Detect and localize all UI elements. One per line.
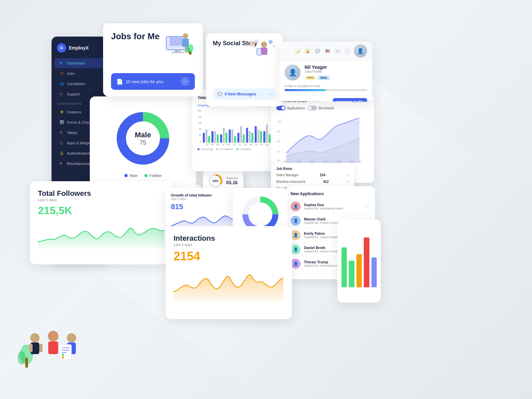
bar-aug — [263, 124, 271, 143]
tables-icon: ⊟ — [60, 130, 64, 135]
svg-point-10 — [183, 33, 188, 39]
svg-text:Mar: Mar — [310, 160, 315, 163]
svg-rect-66 — [60, 344, 71, 359]
legend-female: FeMale — [144, 174, 162, 178]
donut-sub-label: 75 — [135, 139, 151, 146]
followers-card: Total Followers Last 5 days 215,5K — [30, 181, 173, 264]
expand-icon[interactable]: ⤢ — [334, 47, 341, 55]
jobs-cta[interactable]: 📄 10 new jobs for you → — [111, 73, 195, 90]
sidebar-item-label: Support — [67, 92, 80, 96]
candidates-icon: 👥 — [60, 81, 64, 86]
more-icon[interactable]: ⋯ — [344, 47, 351, 55]
bar-may — [237, 126, 245, 143]
svg-text:20: 20 — [277, 159, 280, 162]
job-arrow-sales: ↗ — [346, 174, 349, 177]
jobs-cta-text: 10 new jobs for you — [126, 79, 163, 84]
sidebar-item-jobs[interactable]: 💼 Jobs › — [54, 68, 107, 78]
legend-upcoming: Upcoming — [198, 148, 213, 151]
bar-mar — [220, 128, 227, 143]
male-label: Male — [130, 174, 138, 178]
flag-icon[interactable]: 🇺🇸 — [324, 47, 331, 55]
profile-avatar-large: 👤 — [285, 65, 301, 80]
app-dots-sophia[interactable]: ··· — [365, 204, 370, 209]
job-count-machine: 412 — [323, 180, 329, 184]
bottom-illustration — [17, 305, 90, 372]
svg-text:60: 60 — [277, 140, 280, 143]
profile-footer: Next: Add your Experience Finish Your Pr… — [279, 95, 372, 101]
chart-toggle-group: Applications Shortlisted — [276, 106, 369, 110]
job-name-machine: Machine instrument — [276, 180, 305, 184]
svg-point-17 — [261, 42, 267, 48]
shortlisted-toggle[interactable]: Shortlisted — [308, 106, 334, 110]
growth-subtitle: Last 5 days — [171, 197, 237, 200]
rejected-circle: 34% — [208, 174, 223, 188]
app-avatar-emily: 👤 — [291, 230, 301, 240]
pro-badge: PRO — [305, 75, 317, 80]
vertical-bar-chart — [341, 227, 377, 287]
applications-toggle[interactable]: Applications — [276, 106, 305, 110]
svg-point-25 — [269, 40, 273, 44]
sidebar-item-label: Features — [67, 110, 81, 114]
followers-value: 215,5K — [38, 204, 165, 217]
complete-label: Complete — [240, 148, 251, 151]
vbar-5 — [371, 257, 377, 287]
donut-main-label: Male — [135, 131, 151, 139]
vbar-3 — [356, 254, 362, 287]
progress-bar — [285, 89, 367, 91]
svg-rect-18 — [261, 48, 267, 55]
sidebar-logo: G EmployX — [52, 37, 110, 58]
profile-info: Nil Yeager View Profile PRO MSG — [305, 65, 367, 80]
job-arrow-machine: ↗ — [346, 180, 349, 183]
app-avatar-sophia: 👤 — [291, 201, 301, 211]
view-profile-link[interactable]: View Profile — [305, 70, 367, 73]
svg-point-58 — [30, 333, 40, 342]
applications-toggle-label: Applications — [287, 106, 305, 110]
interactions-chart — [174, 269, 283, 302]
svg-text:40: 40 — [277, 150, 280, 153]
sidebar-item-label: Authentication — [67, 151, 90, 155]
auth-icon: 🔒 — [60, 151, 64, 156]
chat-icon[interactable]: 💬 — [314, 47, 321, 55]
donut-label: Male 75 — [135, 131, 151, 146]
interactions-card: Interactions Last 5 days 2154 — [166, 226, 292, 319]
followers-title: Total Followers — [38, 189, 165, 198]
complete-dot — [236, 148, 238, 150]
finish-profile-button[interactable]: Finish Your Profile — [333, 98, 367, 101]
doc-icon: 📄 — [116, 78, 123, 85]
projects-chart-area: 100806040200 — [198, 109, 270, 143]
bar-feb — [211, 131, 219, 143]
features-icon: ⭐ — [60, 110, 64, 114]
sidebar-item-dashboard[interactable]: ⊞ Dashboard — [54, 58, 107, 68]
chevron-right-icon: › — [101, 72, 102, 75]
donut-chart: Male 75 — [113, 108, 173, 168]
sidebar-item-label: Apps & Widgets — [67, 141, 93, 145]
shortlisted-toggle-label: Shortlisted — [318, 106, 334, 110]
profile-card: 🌙 🔔 💬 🇺🇸 ⤢ ⋯ 👤 👤 Nil Yeager View Profile… — [279, 42, 372, 101]
moon-icon[interactable]: 🌙 — [294, 47, 301, 55]
sidebar-item-candidates[interactable]: 👥 Candidates › — [54, 79, 107, 89]
svg-rect-8 — [175, 50, 181, 52]
app-info-sophia: Sophia Doe Applied for: Advertising Inte… — [304, 203, 361, 210]
bar-jan — [203, 129, 210, 143]
inprogress-label: In Progress — [219, 148, 233, 151]
add-experience-text: Next: Add your Experience — [285, 100, 320, 101]
bell-icon[interactable]: 🔔 — [304, 47, 311, 55]
svg-text:80: 80 — [277, 130, 280, 133]
svg-text:Jun: Jun — [350, 160, 354, 163]
shortlisted-toggle-pill — [308, 106, 317, 110]
jobs-cta-arrow[interactable]: → — [181, 77, 190, 86]
app-role-sophia: Applied for: Advertising Intern — [304, 207, 361, 210]
svg-point-64 — [67, 333, 76, 342]
upcoming-label: Upcoming — [201, 148, 213, 151]
support-icon: ◎ — [60, 92, 64, 96]
app-avatar-theran: 👤 — [291, 259, 301, 269]
svg-rect-57 — [25, 358, 28, 368]
interactions-value: 2154 — [174, 249, 284, 263]
job-listings-title: Job Roles — [276, 167, 349, 171]
svg-point-24 — [250, 41, 255, 46]
social-messages-btn[interactable]: 💬 4 New Messages → — [213, 88, 276, 100]
interactions-subtitle: Last 5 days — [174, 243, 284, 247]
svg-point-16 — [186, 47, 190, 53]
job-name-sales: Sales Manager — [276, 173, 299, 177]
bar-jun — [246, 128, 253, 143]
